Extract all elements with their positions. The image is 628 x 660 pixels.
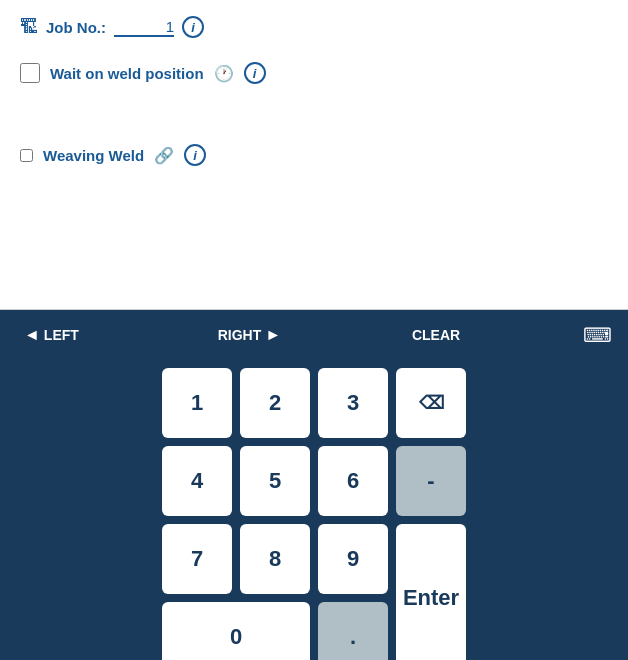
link-icon: 🔗 bbox=[154, 146, 174, 165]
keypad-row-2: 4 5 6 - bbox=[140, 446, 488, 516]
job-no-row: 🏗 Job No.: i bbox=[20, 16, 608, 38]
key-7[interactable]: 7 bbox=[162, 524, 232, 594]
keypad-area: 1 2 3 ⌫ 4 5 6 - 7 8 9 0 . Enter bbox=[0, 360, 628, 660]
left-button[interactable]: ◄ LEFT bbox=[16, 322, 87, 348]
key-9[interactable]: 9 bbox=[318, 524, 388, 594]
keypad-toolbar: ◄ LEFT RIGHT ► CLEAR ⌨ bbox=[0, 310, 628, 360]
wait-on-weld-info-icon[interactable]: i bbox=[244, 62, 266, 84]
keypad-row-4: 0 . bbox=[162, 602, 388, 660]
right-arrow-icon: ► bbox=[265, 326, 281, 344]
keypad-left-col: 7 8 9 0 . bbox=[162, 524, 388, 660]
enter-button[interactable]: Enter bbox=[396, 524, 466, 660]
key-2[interactable]: 2 bbox=[240, 368, 310, 438]
key-1[interactable]: 1 bbox=[162, 368, 232, 438]
wait-on-weld-label: Wait on weld position bbox=[50, 65, 204, 82]
job-icon: 🏗 bbox=[20, 17, 38, 38]
key-8[interactable]: 8 bbox=[240, 524, 310, 594]
form-area: 🏗 Job No.: i Wait on weld position 🕐 i W… bbox=[0, 0, 628, 310]
key-dot[interactable]: . bbox=[318, 602, 388, 660]
job-no-label: Job No.: bbox=[46, 19, 106, 36]
weaving-weld-info-icon[interactable]: i bbox=[184, 144, 206, 166]
key-3[interactable]: 3 bbox=[318, 368, 388, 438]
key-5[interactable]: 5 bbox=[240, 446, 310, 516]
key-minus[interactable]: - bbox=[396, 446, 466, 516]
backspace-button[interactable]: ⌫ bbox=[396, 368, 466, 438]
job-no-input[interactable] bbox=[114, 18, 174, 37]
keypad-row-1: 1 2 3 ⌫ bbox=[140, 368, 488, 438]
keypad-row-3a: 7 8 9 bbox=[162, 524, 388, 594]
wait-on-weld-checkbox[interactable] bbox=[20, 63, 40, 83]
job-no-info-icon[interactable]: i bbox=[182, 16, 204, 38]
keypad-row-3: 7 8 9 0 . Enter bbox=[140, 524, 488, 660]
clear-button[interactable]: CLEAR bbox=[412, 327, 460, 343]
key-4[interactable]: 4 bbox=[162, 446, 232, 516]
key-6[interactable]: 6 bbox=[318, 446, 388, 516]
left-arrow-icon: ◄ bbox=[24, 326, 40, 344]
key-0[interactable]: 0 bbox=[162, 602, 310, 660]
weaving-weld-row: Weaving Weld 🔗 i bbox=[20, 144, 608, 166]
clock-icon: 🕐 bbox=[214, 64, 234, 83]
left-label: LEFT bbox=[44, 327, 79, 343]
weaving-weld-checkbox[interactable] bbox=[20, 149, 33, 162]
right-button[interactable]: RIGHT ► bbox=[210, 322, 289, 348]
weaving-weld-label: Weaving Weld bbox=[43, 147, 144, 164]
keyboard-icon-button[interactable]: ⌨ bbox=[583, 323, 612, 347]
right-label: RIGHT bbox=[218, 327, 262, 343]
wait-on-weld-row: Wait on weld position 🕐 i bbox=[20, 62, 608, 84]
